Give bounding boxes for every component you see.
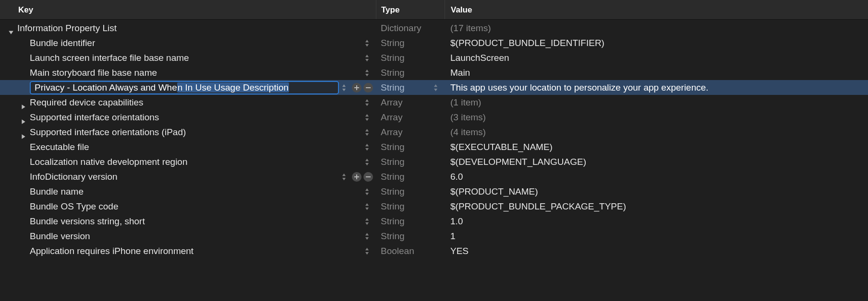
- plist-row[interactable]: Bundle OS Type codeString$(PRODUCT_BUNDL…: [0, 199, 868, 214]
- column-header-type-label: Type: [381, 2, 399, 17]
- plist-row[interactable]: Application requires iPhone environmentB…: [0, 243, 868, 258]
- plist-row[interactable]: Bundle nameString$(PRODUCT_NAME): [0, 184, 868, 199]
- key-stepper-icon[interactable]: [340, 83, 347, 93]
- plist-row[interactable]: Required device capabilitiesArray(1 item…: [0, 95, 868, 110]
- key-stepper-icon[interactable]: [363, 38, 370, 48]
- plist-row[interactable]: Main storyboard file base nameStringMain: [0, 65, 868, 80]
- column-header-value-label: Value: [451, 2, 472, 17]
- value-label[interactable]: 1: [445, 229, 868, 243]
- plist-row[interactable]: Bundle versions string, shortString1.0: [0, 214, 868, 229]
- key-stepper-icon[interactable]: [340, 172, 347, 182]
- key-label: Bundle identifier: [30, 35, 95, 50]
- key-label: Application requires iPhone environment: [30, 243, 193, 258]
- type-label: String: [376, 139, 445, 154]
- plist-row[interactable]: InfoDictionary versionString6.0: [0, 169, 868, 184]
- column-header-key[interactable]: Key: [0, 0, 376, 19]
- key-label: Bundle versions string, short: [30, 214, 145, 229]
- value-label: (17 items): [445, 21, 868, 35]
- key-stepper-icon[interactable]: [363, 232, 370, 241]
- type-label: String: [376, 35, 445, 50]
- add-button[interactable]: [352, 83, 362, 93]
- key-stepper-icon[interactable]: [363, 127, 370, 137]
- type-label: String: [376, 184, 445, 199]
- key-label: Main storyboard file base name: [30, 65, 157, 80]
- value-label[interactable]: (3 items): [445, 110, 868, 125]
- remove-button[interactable]: [363, 172, 373, 182]
- plist-row[interactable]: Executable fileString$(EXECUTABLE_NAME): [0, 139, 868, 154]
- value-label[interactable]: YES: [445, 243, 868, 258]
- value-label[interactable]: $(EXECUTABLE_NAME): [445, 139, 868, 154]
- key-label: InfoDictionary version: [30, 169, 118, 184]
- disclosure-triangle-icon[interactable]: [19, 99, 30, 106]
- key-label: Information Property List: [17, 21, 117, 35]
- value-label[interactable]: $(PRODUCT_BUNDLE_IDENTIFIER): [445, 35, 868, 50]
- type-label: Array: [376, 110, 445, 125]
- disclosure-triangle-icon[interactable]: [19, 128, 30, 136]
- add-button[interactable]: [352, 172, 362, 182]
- plist-row[interactable]: Privacy - Location Always and When In Us…: [0, 80, 868, 95]
- value-label[interactable]: This app uses your location to personali…: [445, 80, 868, 95]
- key-label: Executable file: [30, 139, 89, 154]
- value-label[interactable]: $(PRODUCT_BUNDLE_PACKAGE_TYPE): [445, 199, 868, 214]
- value-label[interactable]: 6.0: [445, 169, 868, 184]
- plist-row[interactable]: Supported interface orientations (iPad)A…: [0, 125, 868, 139]
- disclosure-triangle-icon[interactable]: [19, 114, 30, 121]
- key-label: Supported interface orientations: [30, 110, 159, 125]
- key-label: Bundle version: [30, 229, 90, 243]
- value-label[interactable]: $(PRODUCT_NAME): [445, 184, 868, 199]
- type-label: String: [376, 154, 445, 169]
- type-label: String: [376, 169, 445, 184]
- value-label[interactable]: 1.0: [445, 214, 868, 229]
- type-label: String: [376, 199, 445, 214]
- plist-row[interactable]: Localization native development regionSt…: [0, 154, 868, 169]
- type-stepper-icon[interactable]: [432, 83, 439, 93]
- value-label[interactable]: (1 item): [445, 95, 868, 110]
- plist-row[interactable]: Bundle identifierString$(PRODUCT_BUNDLE_…: [0, 35, 868, 50]
- key-stepper-icon[interactable]: [363, 157, 370, 167]
- type-label: String: [376, 50, 445, 65]
- key-editor-text: Privacy - Location Always and When In Us…: [35, 81, 289, 94]
- plist-rows: Information Property ListDictionary(17 i…: [0, 20, 868, 258]
- value-label[interactable]: LaunchScreen: [445, 50, 868, 65]
- key-label: Launch screen interface file base name: [30, 50, 189, 65]
- key-label: Localization native development region: [30, 154, 188, 169]
- key-stepper-icon[interactable]: [363, 202, 370, 211]
- key-stepper-icon[interactable]: [363, 187, 370, 197]
- key-label: Supported interface orientations (iPad): [30, 125, 186, 139]
- column-header-value[interactable]: Value: [445, 0, 868, 19]
- key-stepper-icon[interactable]: [363, 217, 370, 226]
- plist-row[interactable]: Bundle versionString1: [0, 229, 868, 243]
- type-label: Array: [376, 125, 445, 139]
- disclosure-triangle-icon[interactable]: [7, 24, 17, 32]
- key-stepper-icon[interactable]: [363, 142, 370, 152]
- key-stepper-icon[interactable]: [363, 98, 370, 107]
- key-label: Required device capabilities: [30, 95, 144, 110]
- key-stepper-icon[interactable]: [363, 113, 370, 122]
- remove-button[interactable]: [363, 83, 373, 93]
- type-label: String: [376, 80, 445, 95]
- plist-row[interactable]: Supported interface orientationsArray(3 …: [0, 110, 868, 125]
- column-header-type[interactable]: Type: [376, 0, 445, 19]
- value-label[interactable]: (4 items): [445, 125, 868, 139]
- type-label: String: [376, 229, 445, 243]
- table-header: Key Type Value: [0, 0, 868, 20]
- type-label: String: [376, 65, 445, 80]
- type-label: Boolean: [376, 243, 445, 258]
- key-label: Bundle OS Type code: [30, 199, 119, 214]
- key-stepper-icon[interactable]: [363, 246, 370, 256]
- type-label: String: [376, 214, 445, 229]
- column-header-key-label: Key: [18, 2, 33, 17]
- key-stepper-icon[interactable]: [363, 53, 370, 63]
- key-label: Bundle name: [30, 184, 84, 199]
- plist-row[interactable]: Launch screen interface file base nameSt…: [0, 50, 868, 65]
- value-label[interactable]: Main: [445, 65, 868, 80]
- plist-root-row[interactable]: Information Property ListDictionary(17 i…: [0, 21, 868, 35]
- type-label: Dictionary: [376, 21, 445, 35]
- key-dropdown-editor[interactable]: Privacy - Location Always and When In Us…: [30, 81, 339, 94]
- key-stepper-icon[interactable]: [363, 68, 370, 78]
- value-label[interactable]: $(DEVELOPMENT_LANGUAGE): [445, 154, 868, 169]
- type-label: Array: [376, 95, 445, 110]
